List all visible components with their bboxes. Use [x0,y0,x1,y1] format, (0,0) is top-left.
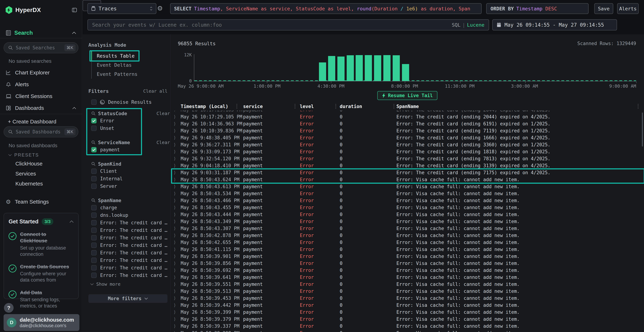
sql-select-input[interactable]: SELECT Timestamp, ServiceName as service… [170,3,482,14]
filter-option[interactable]: charge [91,204,168,212]
denoise-results-toggle[interactable]: Denoise Results [91,99,168,105]
filter-option[interactable]: payment [91,146,140,154]
get-started-item[interactable]: Add DataStart sending logs, metrics, or … [8,290,74,309]
sidebar-item-alerts[interactable]: Alerts [0,80,82,90]
filter-option[interactable]: Internal [91,175,168,182]
column-timestamp[interactable]: Timestamp (Local) [181,104,243,109]
filter-checkbox[interactable] [91,126,96,131]
sidebar-collapse-icon[interactable] [72,7,77,13]
expand-row-icon[interactable]: ⟩ [172,170,181,175]
expand-row-icon[interactable]: ⟩ [172,184,181,189]
gear-icon[interactable]: ⚙ [157,5,163,12]
table-row[interactable]: ⟩May 26 9:03:31.187 PMpaymentError0Error… [172,169,644,176]
clear-all-link[interactable]: Clear all [143,88,168,94]
sidebar-item-kubernetes[interactable]: Kubernetes [16,181,43,187]
lang-toggle-lucene[interactable]: Lucene [467,22,484,28]
get-started-item[interactable]: Connect to ClickHouseSet up your databas… [8,231,74,258]
column-resize-handle[interactable] [336,104,336,108]
table-row[interactable]: ⟩May 26 8:50:42.878 PMpaymentError0Error… [172,232,644,239]
table-row[interactable]: ⟩May 26 8:50:43.466 PMpaymentError0Error… [172,197,644,204]
sidebar-item-dashboards[interactable]: Dashboards [0,103,82,113]
histogram-bar[interactable] [356,55,363,81]
table-row[interactable]: ⟩May 26 9:48:38.405 PMpaymentError0Error… [172,134,644,141]
filter-option[interactable]: Error [91,117,140,124]
filter-option[interactable]: Error: The credit card … [91,249,168,256]
filter-option[interactable]: Error: The credit card … [91,234,168,242]
save-button[interactable]: Save [594,3,613,14]
create-dashboard-button[interactable]: + Create Dashboard [0,117,82,127]
histogram-bar[interactable] [328,56,335,81]
table-row[interactable]: ⟩May 26 10:10:39.836 PMpaymentError0Erro… [172,127,644,134]
expand-row-icon[interactable]: ⟩ [172,121,181,126]
expand-row-icon[interactable]: ⟩ [172,240,181,245]
expand-row-icon[interactable]: ⟩ [172,330,181,332]
expand-row-icon[interactable]: ⟩ [172,226,181,231]
expand-row-icon[interactable]: ⟩ [172,142,181,147]
histogram-bar[interactable] [319,62,326,81]
histogram-bar[interactable] [383,55,390,81]
user-menu[interactable]: D dale@clickhouse.com dale@clickhouse.co… [4,314,80,331]
histogram-bar[interactable] [402,64,409,81]
source-select[interactable]: Traces [88,3,156,14]
sidebar-item-services[interactable]: Services [16,171,36,177]
expand-row-icon[interactable]: ⟩ [172,282,181,287]
table-row[interactable]: ⟩May 26 10:17:29.105 PMpaymentError0Erro… [172,113,644,120]
expand-row-icon[interactable]: ⟩ [172,163,181,168]
expand-row-icon[interactable]: ⟩ [172,268,181,273]
table-row[interactable]: ⟩May 26 8:50:42.655 PMpaymentError0Error… [172,239,644,246]
chevron-up-icon[interactable] [70,220,74,223]
filter-checkbox[interactable] [91,212,96,218]
filter-option[interactable]: Error: The credit card … [91,272,168,279]
denoise-checkbox[interactable] [91,100,96,105]
column-resize-handle[interactable] [236,104,237,108]
table-row[interactable]: ⟩May 26 8:50:43.534 PMpaymentError0Error… [172,190,644,197]
column-service[interactable]: service [243,104,300,109]
expand-row-icon[interactable]: ⟩ [172,156,181,161]
table-row[interactable]: ⟩May 26 8:50:39.901 PMpaymentError0Error… [172,253,644,260]
expand-row-icon[interactable]: ⟩ [172,303,181,308]
table-row[interactable]: ⟩May 26 8:50:43.613 PMpaymentError0Error… [172,183,644,190]
column-resize-handle[interactable] [394,104,394,108]
table-scrollbar[interactable] [642,112,643,146]
filter-checkbox[interactable] [91,176,96,182]
column-resize-handle[interactable] [295,104,295,108]
expand-row-icon[interactable]: ⟩ [172,135,181,140]
table-row[interactable]: ⟩May 26 8:50:39.453 PMpaymentError0Error… [172,294,644,302]
column-level[interactable]: level [300,104,340,109]
filter-option[interactable]: Error: The credit card … [91,264,168,272]
expand-row-icon[interactable]: ⟩ [172,191,181,196]
table-row[interactable]: ⟩May 26 8:50:39.692 PMpaymentError0Error… [172,267,644,274]
expand-row-icon[interactable]: ⟩ [172,219,181,224]
sidebar-item-client-sessions[interactable]: Client Sessions [0,91,82,101]
expand-row-icon[interactable]: ⟩ [172,233,181,238]
filter-option[interactable]: dns.lookup [91,212,168,219]
histogram-bar[interactable] [393,55,400,81]
filter-option[interactable]: Error: The credit card … [91,242,168,249]
filter-option[interactable]: Error: The credit card … [91,256,168,264]
saved-dashboards-input[interactable]: Saved Dashboards ⌘K [4,126,78,138]
filter-checkbox[interactable] [91,242,96,248]
table-row[interactable]: ⟩May 26 8:50:39.856 PMpaymentError0Error… [172,260,644,267]
expand-row-icon[interactable]: ⟩ [172,212,181,217]
filter-checkbox[interactable] [91,168,96,174]
filter-checkbox[interactable] [91,272,96,278]
table-row[interactable]: ⟩May 26 9:36:27.311 PMpaymentError0Error… [172,141,644,148]
sidebar-item-team-settings[interactable]: ⚙ Team Settings [0,197,82,207]
sidebar-item-search[interactable]: Search [0,28,82,38]
table-row[interactable]: ⟩May 26 8:50:43.455 PMpaymentError0Error… [172,204,644,211]
filter-checkbox[interactable] [91,184,96,189]
filter-checkbox[interactable] [91,250,96,256]
expand-row-icon[interactable]: ⟩ [172,275,181,280]
analysis-mode-event-patterns[interactable]: Event Patterns [91,70,141,79]
histogram-bar[interactable] [374,55,381,81]
expand-row-icon[interactable]: ⟩ [172,198,181,203]
filter-checkbox[interactable] [91,235,96,240]
filter-option[interactable]: Error: The credit card … [91,226,168,234]
analysis-mode-event-deltas[interactable]: Event Deltas [91,60,135,70]
filter-checkbox[interactable] [91,118,96,124]
sidebar-item-clickhouse[interactable]: ClickHouse [16,161,42,167]
table-row[interactable]: ⟩May 26 8:50:43.444 PMpaymentError0Error… [172,211,644,218]
expand-row-icon[interactable]: ⟩ [172,128,181,133]
table-row[interactable]: ⟩May 26 8:50:41.115 PMpaymentError0Error… [172,246,644,253]
table-row[interactable]: ⟩May 26 8:50:39.379 PMpaymentError0Error… [172,316,644,322]
